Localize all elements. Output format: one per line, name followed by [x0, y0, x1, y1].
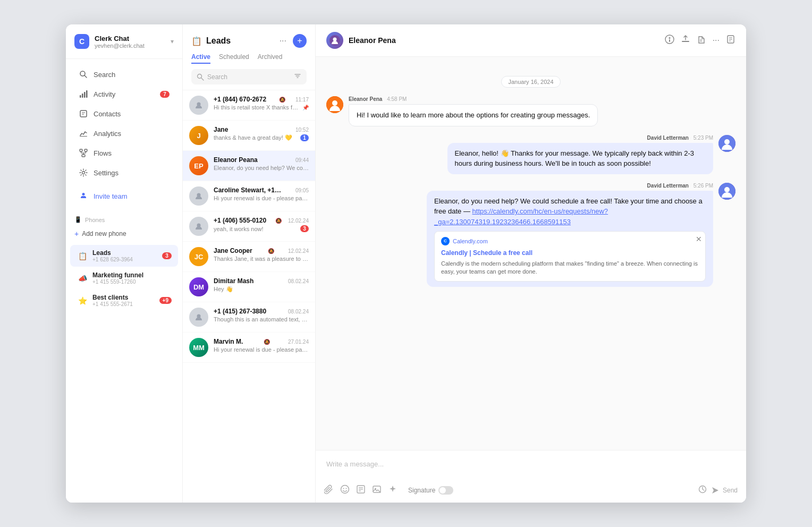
- conv-time: 08.02.24: [288, 278, 309, 284]
- schedule-send-button[interactable]: [698, 485, 707, 496]
- svg-rect-33: [682, 41, 689, 42]
- conv-name: Marvin M.: [214, 338, 243, 345]
- svg-rect-11: [84, 149, 87, 151]
- conv-list-header: 📋 Leads ··· + Active Scheduled Archived: [183, 24, 315, 90]
- ai-button[interactable]: [388, 484, 397, 496]
- avatar: [189, 186, 208, 206]
- sidebar-item-analytics[interactable]: Analytics: [70, 124, 178, 143]
- conversation-item[interactable]: MM Marvin M. 🔕 27.01.24 Hi your renewal …: [183, 333, 315, 363]
- filter-button[interactable]: [294, 72, 301, 81]
- message-content: David Letterman 5:23 PM Eleanor, hello! …: [447, 135, 714, 174]
- message-input[interactable]: [324, 457, 738, 479]
- avatar: MM: [189, 338, 208, 357]
- conv-name: Caroline Stewart, +1 (54...: [214, 186, 283, 194]
- conversation-item[interactable]: +1 (844) 670-2672 🔕 11:17 Hi this is ret…: [183, 90, 315, 121]
- sidebar-item-activity[interactable]: Activity 7: [70, 84, 178, 104]
- search-input[interactable]: [207, 73, 291, 81]
- sidebar-item-contacts[interactable]: Contacts: [70, 104, 178, 123]
- sidebar-item-search[interactable]: Search: [70, 65, 178, 84]
- svg-point-29: [333, 38, 337, 41]
- conversation-item[interactable]: JC Jane Cooper 🔕 12.02.24 Thanks Jane, i…: [183, 242, 315, 272]
- inbox-item-best-clients[interactable]: ⭐ Best clients +1 415 555-2671 +9: [70, 290, 178, 311]
- upload-button[interactable]: [681, 35, 690, 46]
- conv-preview: Though this is an automated text, we're …: [214, 316, 309, 322]
- tab-active[interactable]: Active: [191, 53, 210, 64]
- conv-name: +1 (844) 670-2672: [214, 96, 266, 103]
- sender-name: David Letterman: [647, 183, 689, 189]
- plus-icon: +: [74, 230, 79, 238]
- conversation-item[interactable]: J Jane 10:52 thanks & have a great day! …: [183, 121, 315, 151]
- svg-point-47: [343, 488, 344, 489]
- conv-preview: thanks & have a great day! 💛: [214, 134, 298, 141]
- calendly-logo: C: [441, 237, 450, 245]
- conversation-item[interactable]: +1 (415) 267-3880 08.02.24 Though this i…: [183, 302, 315, 333]
- svg-point-19: [198, 74, 202, 78]
- conversation-body: Caroline Stewart, +1 (54... 09:05 Hi you…: [214, 186, 309, 201]
- conv-time: 12.02.24: [288, 218, 309, 224]
- svg-rect-9: [80, 136, 87, 137]
- sidebar-navigation: Search Activity 7 Contacts Analytics: [66, 59, 182, 503]
- app-name: Clerk Chat: [95, 35, 171, 42]
- notes-button[interactable]: [726, 35, 735, 46]
- svg-point-17: [82, 172, 85, 174]
- contact-info-button[interactable]: [665, 35, 674, 46]
- add-conversation-button[interactable]: +: [293, 34, 307, 48]
- avatar: [326, 96, 343, 113]
- conv-preview: Hi your renewal is due - please pay here…: [214, 195, 309, 201]
- avatar: [718, 135, 735, 152]
- svg-point-18: [82, 193, 85, 196]
- leads-title-emoji: 📋: [191, 36, 202, 46]
- svg-point-45: [724, 187, 730, 192]
- signature-toggle[interactable]: [438, 486, 453, 495]
- conv-name: +1 (415) 267-3880: [214, 308, 266, 315]
- conversation-item[interactable]: Caroline Stewart, +1 (54... 09:05 Hi you…: [183, 181, 315, 211]
- date-divider: January 16, 2024: [326, 76, 735, 88]
- message-bubble: Eleanor, hello! 👋 Thanks for your messag…: [447, 143, 714, 174]
- svg-point-31: [669, 37, 670, 39]
- date-pill: January 16, 2024: [501, 76, 560, 88]
- conversation-item[interactable]: +1 (406) 555-0120 🔕 12.02.24 yeah, it wo…: [183, 211, 315, 242]
- avatar: J: [189, 126, 208, 145]
- avatar: [189, 96, 208, 115]
- conversation-item[interactable]: DM Dimitar Mash 08.02.24 Hey 👋: [183, 272, 315, 302]
- conv-time: 27.01.24: [288, 339, 309, 345]
- search-icon: [197, 73, 204, 81]
- message-bubble: Hi! I would like to learn more about the…: [349, 104, 598, 126]
- invite-team-button[interactable]: Invite team: [70, 186, 178, 206]
- inbox-item-marketing[interactable]: 📣 Marketing funnel +1 415 559-17260: [70, 267, 178, 289]
- conv-name: Jane Cooper: [214, 247, 252, 254]
- unread-badge: 3: [300, 225, 309, 232]
- conv-name: Eleanor Peana: [214, 156, 258, 164]
- link-preview-close-button[interactable]: ✕: [696, 235, 702, 243]
- more-options-button[interactable]: ···: [277, 35, 289, 47]
- inbox-item-leads[interactable]: 📋 Leads +1 628 629-3964 3: [70, 245, 178, 267]
- conv-time: 10:52: [295, 127, 309, 133]
- export-button[interactable]: [697, 35, 706, 46]
- emoji-button[interactable]: [340, 484, 350, 496]
- tab-archived[interactable]: Archived: [258, 53, 283, 64]
- avatar: [189, 308, 208, 327]
- template-button[interactable]: [356, 484, 366, 496]
- activity-badge: 7: [160, 91, 170, 98]
- conv-tabs: Active Scheduled Archived: [191, 53, 307, 64]
- message-row: Eleanor Pena 4:58 PM Hi! I would like to…: [326, 96, 735, 126]
- add-phone-button[interactable]: + Add new phone: [66, 226, 182, 241]
- more-options-button[interactable]: ···: [713, 36, 720, 45]
- send-button[interactable]: Send: [711, 486, 738, 495]
- send-area: Send: [698, 485, 738, 496]
- conv-name: Jane: [214, 126, 228, 133]
- conv-preview: Eleanor, do you need help? We could sche…: [214, 165, 309, 171]
- sidebar-item-flows[interactable]: Flows: [70, 143, 178, 163]
- mute-icon: 🔕: [268, 248, 274, 254]
- attach-button[interactable]: [324, 484, 334, 496]
- conv-list-title: 📋 Leads ··· +: [191, 34, 307, 48]
- sidebar-item-settings[interactable]: Settings: [70, 163, 178, 182]
- svg-rect-12: [82, 155, 85, 157]
- svg-rect-6: [80, 110, 87, 117]
- conversation-item[interactable]: EP Eleanor Peana 09:44 Eleanor, do you n…: [183, 151, 315, 181]
- media-button[interactable]: [372, 484, 382, 496]
- conversation-body: +1 (406) 555-0120 🔕 12.02.24 yeah, it wo…: [214, 217, 309, 232]
- sidebar-header[interactable]: C Clerk Chat yevhen@clerk.chat ▾: [66, 24, 182, 59]
- link-preview-inner: C Calendly.com Calendly | Schedule a fre…: [435, 232, 705, 281]
- tab-scheduled[interactable]: Scheduled: [219, 53, 249, 64]
